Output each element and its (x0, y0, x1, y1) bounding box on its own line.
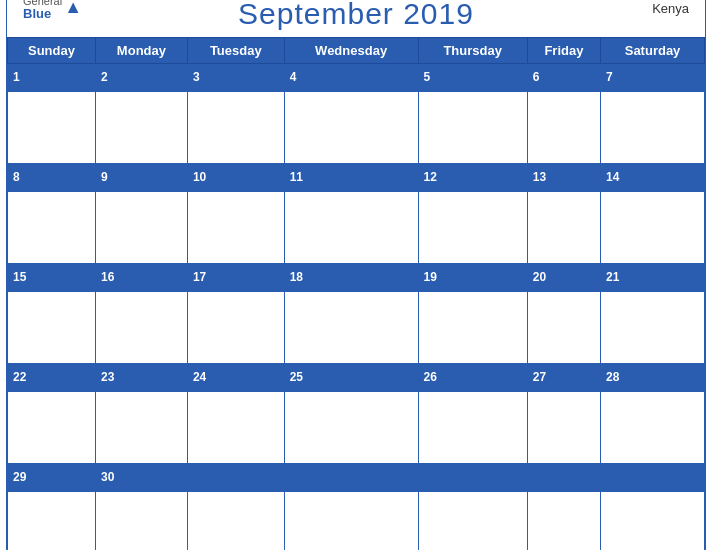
week-header-row-1: 1234567 (8, 63, 705, 91)
date-header-cell: 12 (418, 163, 527, 191)
logo: General Blue ▲ (23, 0, 82, 21)
date-header-cell: 5 (418, 63, 527, 91)
day-cell (418, 91, 527, 163)
date-header-cell: 24 (187, 363, 284, 391)
date-header-cell: 30 (95, 463, 187, 491)
week-header-row-5: 2930 (8, 463, 705, 491)
date-number: 14 (606, 170, 619, 184)
date-header-cell (187, 463, 284, 491)
date-number: 7 (606, 70, 613, 84)
day-cell (8, 91, 96, 163)
date-header-cell: 19 (418, 263, 527, 291)
date-header-cell: 27 (527, 363, 600, 391)
week-row-4 (8, 391, 705, 463)
date-header-cell: 7 (601, 63, 705, 91)
date-header-cell: 17 (187, 263, 284, 291)
date-number: 1 (13, 70, 20, 84)
day-cell (187, 91, 284, 163)
week-header-row-3: 15161718192021 (8, 263, 705, 291)
day-cell (95, 391, 187, 463)
date-header-cell: 13 (527, 163, 600, 191)
date-number: 18 (290, 270, 303, 284)
header-wednesday: Wednesday (284, 37, 418, 63)
date-number: 9 (101, 170, 108, 184)
day-cell (8, 491, 96, 550)
date-number: 10 (193, 170, 206, 184)
day-cell (527, 291, 600, 363)
date-number: 8 (13, 170, 20, 184)
header-monday: Monday (95, 37, 187, 63)
day-cell (284, 91, 418, 163)
week-row-3 (8, 291, 705, 363)
date-header-cell: 16 (95, 263, 187, 291)
week-header-row-2: 891011121314 (8, 163, 705, 191)
date-header-cell: 20 (527, 263, 600, 291)
logo-bird-icon: ▲ (64, 0, 82, 18)
day-cell (601, 491, 705, 550)
day-cell (187, 491, 284, 550)
date-header-cell: 15 (8, 263, 96, 291)
day-cell (527, 191, 600, 263)
weekday-header-row: Sunday Monday Tuesday Wednesday Thursday… (8, 37, 705, 63)
date-header-cell: 14 (601, 163, 705, 191)
date-header-cell: 26 (418, 363, 527, 391)
date-number: 15 (13, 270, 26, 284)
month-title: September 2019 (238, 0, 474, 31)
date-number: 4 (290, 70, 297, 84)
calendar-table: Sunday Monday Tuesday Wednesday Thursday… (7, 37, 705, 551)
day-cell (601, 391, 705, 463)
date-header-cell: 6 (527, 63, 600, 91)
date-number: 19 (424, 270, 437, 284)
day-cell (284, 491, 418, 550)
date-number: 16 (101, 270, 114, 284)
day-cell (418, 391, 527, 463)
date-number: 20 (533, 270, 546, 284)
week-header-row-4: 22232425262728 (8, 363, 705, 391)
date-number: 28 (606, 370, 619, 384)
date-number: 13 (533, 170, 546, 184)
week-row-5 (8, 491, 705, 550)
date-header-cell: 11 (284, 163, 418, 191)
day-cell (95, 291, 187, 363)
header-saturday: Saturday (601, 37, 705, 63)
date-number: 30 (101, 470, 114, 484)
date-header-cell: 21 (601, 263, 705, 291)
date-number: 21 (606, 270, 619, 284)
header-sunday: Sunday (8, 37, 96, 63)
date-number: 6 (533, 70, 540, 84)
day-cell (95, 191, 187, 263)
date-number: 12 (424, 170, 437, 184)
date-header-cell: 9 (95, 163, 187, 191)
week-row-1 (8, 91, 705, 163)
day-cell (418, 191, 527, 263)
header-tuesday: Tuesday (187, 37, 284, 63)
date-header-cell: 3 (187, 63, 284, 91)
day-cell (601, 291, 705, 363)
day-cell (95, 91, 187, 163)
date-number: 24 (193, 370, 206, 384)
date-header-cell: 22 (8, 363, 96, 391)
date-header-cell (284, 463, 418, 491)
day-cell (527, 391, 600, 463)
date-header-cell: 29 (8, 463, 96, 491)
date-header-cell: 25 (284, 363, 418, 391)
day-cell (527, 491, 600, 550)
date-header-cell: 8 (8, 163, 96, 191)
calendar: General Blue ▲ September 2019 Kenya Sund… (6, 0, 706, 550)
day-cell (8, 291, 96, 363)
date-number: 22 (13, 370, 26, 384)
date-number: 17 (193, 270, 206, 284)
date-number: 26 (424, 370, 437, 384)
date-header-cell: 2 (95, 63, 187, 91)
header-thursday: Thursday (418, 37, 527, 63)
date-header-cell (527, 463, 600, 491)
day-cell (284, 291, 418, 363)
day-cell (284, 391, 418, 463)
date-header-cell: 28 (601, 363, 705, 391)
date-number: 2 (101, 70, 108, 84)
day-cell (187, 391, 284, 463)
date-header-cell (418, 463, 527, 491)
date-header-cell: 1 (8, 63, 96, 91)
date-number: 29 (13, 470, 26, 484)
date-header-cell (601, 463, 705, 491)
